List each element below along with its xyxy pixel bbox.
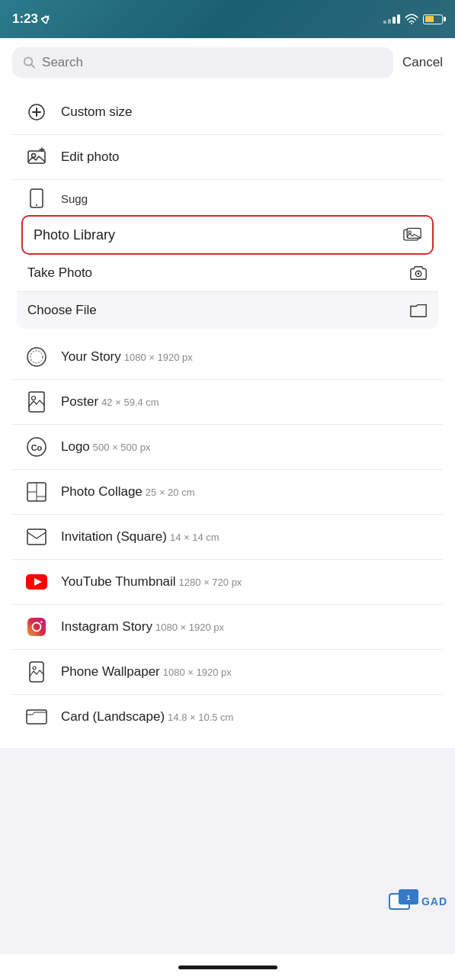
collage-icon xyxy=(24,480,49,504)
phone-icon xyxy=(24,186,49,210)
home-indicator xyxy=(178,966,277,969)
status-icons xyxy=(383,14,443,24)
main-content: Cancel Custom size Edit ph xyxy=(0,38,455,748)
search-icon xyxy=(23,56,36,69)
take-photo-item[interactable]: Take Photo xyxy=(17,255,438,292)
plus-icon xyxy=(24,100,49,124)
svg-rect-23 xyxy=(27,529,46,545)
poster-icon xyxy=(24,390,49,414)
battery-icon xyxy=(423,14,443,24)
search-input-wrapper[interactable] xyxy=(12,47,393,78)
svg-point-14 xyxy=(30,351,43,363)
logo-label: Logo500 × 500 px xyxy=(61,439,431,455)
folder-icon xyxy=(409,301,428,320)
youtube-icon xyxy=(24,570,49,594)
phone-wallpaper-icon xyxy=(24,660,49,684)
collage-label: Photo Collage25 × 20 cm xyxy=(61,484,431,500)
watermark-text: GAD xyxy=(421,895,447,908)
wifi-icon xyxy=(405,14,418,24)
photo-library-icon xyxy=(403,226,421,244)
photo-library-item[interactable]: Photo Library xyxy=(21,215,434,255)
svg-point-1 xyxy=(411,23,412,24)
list-item-poster[interactable]: Poster42 × 59.4 cm xyxy=(12,380,443,425)
card-icon xyxy=(24,705,49,729)
wallpaper-label: Phone Wallpaper1080 × 1920 px xyxy=(61,664,431,680)
svg-text:Co: Co xyxy=(31,443,43,452)
card-label: Card (Landscape)14.8 × 10.5 cm xyxy=(61,709,431,725)
list-item-card-landscape[interactable]: Card (Landscape)14.8 × 10.5 cm xyxy=(12,695,443,739)
your-story-label: Your Story1080 × 1920 px xyxy=(61,349,431,365)
svg-rect-15 xyxy=(29,392,44,412)
instagram-label: Instagram Story1080 × 1920 px xyxy=(61,619,431,635)
search-input[interactable] xyxy=(42,55,383,70)
custom-size-label: Custom size xyxy=(61,104,431,120)
choose-file-label: Choose File xyxy=(27,303,397,318)
list-item-instagram-story[interactable]: Instagram Story1080 × 1920 px xyxy=(12,605,443,650)
list-item-invitation[interactable]: Invitation (Square)14 × 14 cm xyxy=(12,515,443,560)
logo-icon: Co xyxy=(24,435,49,459)
photo-library-label: Photo Library xyxy=(34,227,391,243)
cancel-button[interactable]: Cancel xyxy=(402,55,443,70)
svg-point-28 xyxy=(40,621,42,622)
invitation-label: Invitation (Square)14 × 14 cm xyxy=(61,529,431,545)
svg-rect-4 xyxy=(28,151,45,163)
camera-icon xyxy=(409,264,428,282)
svg-point-16 xyxy=(32,397,36,400)
choose-file-item[interactable]: Choose File xyxy=(17,292,438,329)
take-photo-label: Take Photo xyxy=(27,265,397,281)
status-bar: 1:23 xyxy=(0,0,455,38)
svg-point-7 xyxy=(36,204,37,206)
watermark: 1 GAD xyxy=(388,888,447,915)
edit-photo-label: Edit photo xyxy=(61,149,431,165)
svg-point-12 xyxy=(418,273,420,275)
menu-item-custom-size[interactable]: Custom size xyxy=(12,90,443,135)
search-bar: Cancel xyxy=(12,47,443,78)
story-icon xyxy=(24,345,49,369)
svg-rect-26 xyxy=(27,618,46,636)
invitation-icon xyxy=(24,525,49,549)
list-item-phone-wallpaper[interactable]: Phone Wallpaper1080 × 1920 px xyxy=(12,650,443,695)
svg-point-30 xyxy=(33,667,36,670)
edit-photo-icon xyxy=(24,145,49,169)
list-item-youtube-thumbnail[interactable]: YouTube Thumbnail1280 × 720 px xyxy=(12,560,443,605)
menu-item-edit-photo[interactable]: Edit photo xyxy=(12,135,443,180)
suggested-partial-label: Sugg xyxy=(61,192,88,205)
list-item-your-story[interactable]: Your Story1080 × 1920 px xyxy=(12,335,443,380)
home-indicator-bar xyxy=(0,954,455,980)
status-time: 1:23 xyxy=(12,11,50,27)
poster-label: Poster42 × 59.4 cm xyxy=(61,394,431,410)
list-item-logo[interactable]: Co Logo500 × 500 px xyxy=(12,425,443,470)
svg-text:1: 1 xyxy=(406,894,410,901)
list-section: Your Story1080 × 1920 px Poster42 × 59.4… xyxy=(12,335,443,739)
list-item-photo-collage[interactable]: Photo Collage25 × 20 cm xyxy=(12,470,443,515)
instagram-icon xyxy=(24,615,49,639)
youtube-label: YouTube Thumbnail1280 × 720 px xyxy=(61,574,431,590)
signal-icon xyxy=(383,14,400,24)
